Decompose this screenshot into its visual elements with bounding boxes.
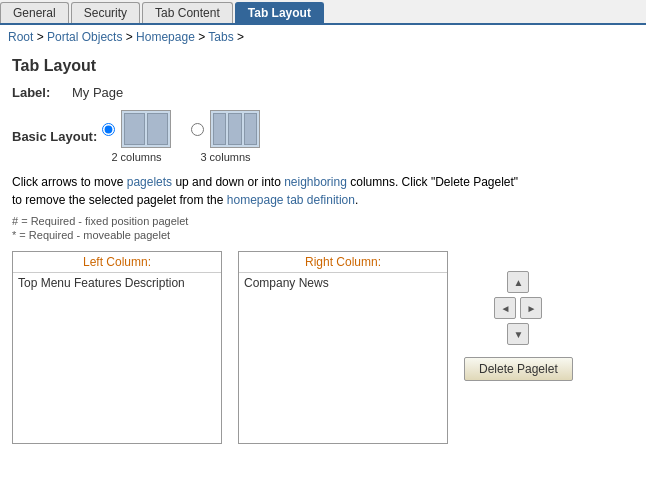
col-block-1 [124, 113, 145, 145]
layout-3col-icon [210, 110, 260, 148]
layout-options: 2 columns 3 columns [102, 110, 260, 163]
homepage-link-text: homepage tab definition [227, 193, 355, 207]
breadcrumb-tabs[interactable]: Tabs [208, 30, 233, 44]
breadcrumb: Root > Portal Objects > Homepage > Tabs … [0, 25, 646, 49]
main-content: Tab Layout Label: My Page Basic Layout: … [0, 49, 646, 452]
label-field-value: My Page [72, 85, 123, 100]
right-column-list[interactable]: Company News [239, 273, 447, 443]
list-item[interactable]: Company News [241, 275, 445, 291]
neighboring-link-text: neighboring [284, 175, 347, 189]
label-field-label: Label: [12, 85, 72, 100]
list-item[interactable]: Top Menu Features Description [15, 275, 219, 291]
col-block-b [228, 113, 241, 145]
layout-2col-label: 2 columns [111, 151, 161, 163]
layout-2col-option[interactable]: 2 columns [102, 110, 171, 163]
label-row: Label: My Page [12, 85, 634, 100]
legend-required-moveable: * = Required - moveable pagelet [12, 229, 634, 241]
arrow-left-right-row: ◄ ► [494, 297, 542, 319]
col-block-c [244, 113, 257, 145]
instruction-text-2: to remove the selected pagelet from the … [12, 193, 358, 207]
right-column-container: Right Column: Company News [238, 251, 448, 444]
layout-2col-inner [102, 110, 171, 148]
layout-2col-radio[interactable] [102, 123, 115, 136]
tab-tab-layout[interactable]: Tab Layout [235, 2, 324, 23]
layout-3col-inner [191, 110, 260, 148]
breadcrumb-portal-objects[interactable]: Portal Objects [47, 30, 122, 44]
col-block-a [213, 113, 226, 145]
breadcrumb-homepage[interactable]: Homepage [136, 30, 195, 44]
move-left-button[interactable]: ◄ [494, 297, 516, 319]
arrow-controls: ▲ ◄ ► ▼ Delete Pagelet [464, 271, 573, 381]
layout-2col-icon [121, 110, 171, 148]
columns-area: Left Column: Top Menu Features Descripti… [12, 251, 634, 444]
breadcrumb-root[interactable]: Root [8, 30, 33, 44]
legend-required-fixed: # = Required - fixed position pagelet [12, 215, 634, 227]
page-title: Tab Layout [12, 57, 634, 75]
left-column-header: Left Column: [13, 252, 221, 273]
left-column-container: Left Column: Top Menu Features Descripti… [12, 251, 222, 444]
move-up-button[interactable]: ▲ [507, 271, 529, 293]
layout-label: Basic Layout: [12, 129, 102, 144]
col-block-2 [147, 113, 168, 145]
pagelets-link-text: pagelets [127, 175, 172, 189]
layout-row: Basic Layout: 2 columns [12, 110, 634, 163]
left-column-list[interactable]: Top Menu Features Description [13, 273, 221, 443]
move-down-button[interactable]: ▼ [507, 323, 529, 345]
tab-bar: General Security Tab Content Tab Layout [0, 0, 646, 25]
instruction-text-1: Click arrows to move pagelets up and dow… [12, 175, 518, 189]
layout-3col-label: 3 columns [200, 151, 250, 163]
tab-security[interactable]: Security [71, 2, 140, 23]
tab-tab-content[interactable]: Tab Content [142, 2, 233, 23]
layout-3col-option[interactable]: 3 columns [191, 110, 260, 163]
instructions: Click arrows to move pagelets up and dow… [12, 173, 592, 209]
layout-3col-radio[interactable] [191, 123, 204, 136]
move-right-button[interactable]: ► [520, 297, 542, 319]
delete-pagelet-button[interactable]: Delete Pagelet [464, 357, 573, 381]
right-column-header: Right Column: [239, 252, 447, 273]
tab-general[interactable]: General [0, 2, 69, 23]
